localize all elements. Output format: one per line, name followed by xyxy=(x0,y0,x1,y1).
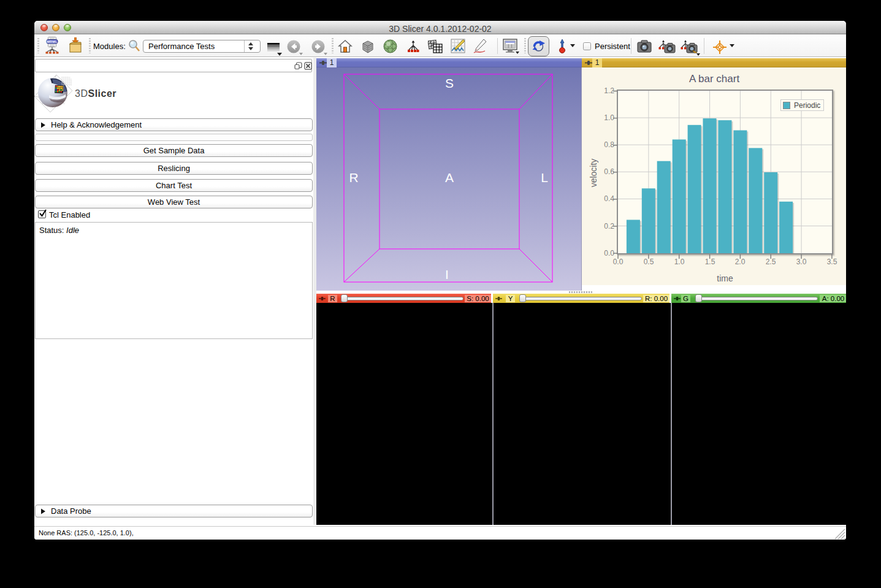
svg-text:S: S xyxy=(445,76,454,90)
svg-text:R: R xyxy=(349,170,358,185)
svg-text:I: I xyxy=(445,267,449,281)
svg-text:MRML: MRML xyxy=(47,40,58,44)
svg-text:A: A xyxy=(445,170,454,185)
svg-text:L: L xyxy=(541,170,548,185)
